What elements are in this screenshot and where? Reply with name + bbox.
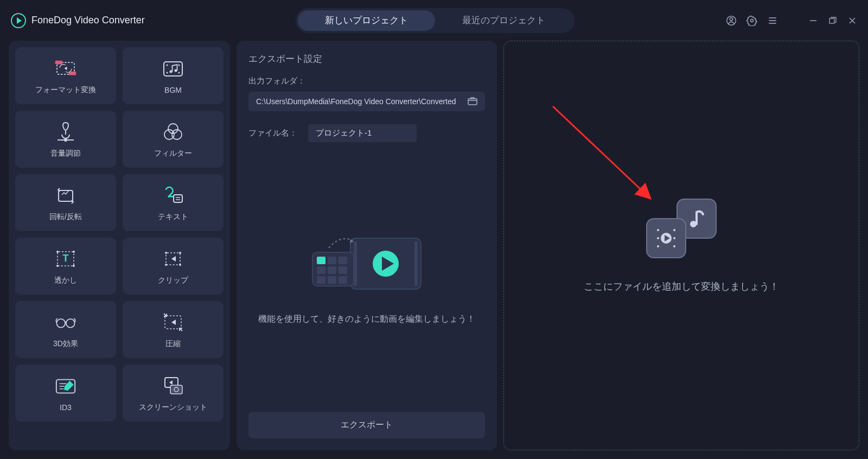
svg-point-17 bbox=[178, 72, 180, 73]
tool-format-convert[interactable]: フォーマット変換 bbox=[15, 47, 116, 104]
svg-point-38 bbox=[179, 252, 181, 254]
clip-icon bbox=[162, 247, 184, 270]
tool-3d-effect[interactable]: 3D効果 bbox=[15, 301, 116, 358]
maximize-button[interactable] bbox=[828, 16, 838, 25]
svg-point-14 bbox=[167, 64, 168, 66]
svg-rect-61 bbox=[328, 266, 336, 274]
svg-point-2 bbox=[751, 19, 754, 22]
svg-rect-63 bbox=[317, 276, 326, 284]
svg-point-69 bbox=[657, 237, 659, 239]
id3-icon bbox=[54, 375, 77, 398]
output-folder-label: 出力フォルダ： bbox=[248, 76, 485, 86]
tool-label: ID3 bbox=[60, 403, 72, 412]
tool-id3[interactable]: ID3 bbox=[15, 365, 116, 422]
app-title: FoneDog Video Converter bbox=[31, 15, 145, 26]
filter-icon bbox=[162, 120, 184, 143]
close-button[interactable] bbox=[847, 16, 857, 25]
screenshot-icon bbox=[162, 374, 184, 397]
svg-point-35 bbox=[73, 265, 75, 267]
export-title: エクスポート設定 bbox=[248, 53, 485, 65]
tab-new-project[interactable]: 新しいプロジェクト bbox=[298, 10, 435, 31]
output-folder-field[interactable]: C:\Users\DumpMedia\FoneDog Video Convert… bbox=[248, 92, 485, 111]
svg-point-34 bbox=[56, 265, 59, 267]
bgm-icon bbox=[162, 58, 184, 80]
file-drop-zone[interactable]: ここにファイルを追加して変換しましょう！ bbox=[503, 41, 859, 450]
tools-panel: フォーマット変換 BGM 音量調節 フィルター bbox=[9, 41, 230, 450]
tool-screenshot[interactable]: スクリーンショット bbox=[123, 365, 224, 422]
svg-rect-59 bbox=[339, 257, 347, 264]
drop-zone-text: ここにファイルを追加して変換しましょう！ bbox=[584, 280, 779, 293]
file-name-label: ファイル名： bbox=[248, 128, 297, 138]
tool-label: 回転/反転 bbox=[49, 212, 82, 222]
tool-label: テキスト bbox=[158, 212, 188, 222]
tool-label: スクリーンショット bbox=[139, 403, 207, 412]
tool-label: 圧縮 bbox=[165, 339, 181, 349]
tool-text[interactable]: テキスト bbox=[123, 174, 224, 231]
svg-rect-13 bbox=[164, 62, 182, 76]
tab-recent-project[interactable]: 最近のプロジェクト bbox=[435, 10, 572, 31]
output-folder-path: C:\Users\DumpMedia\FoneDog Video Convert… bbox=[256, 97, 456, 106]
volume-icon bbox=[54, 120, 77, 143]
tool-label: 透かし bbox=[54, 276, 77, 285]
svg-point-32 bbox=[56, 251, 59, 253]
tool-compress[interactable]: 圧縮 bbox=[123, 301, 224, 358]
svg-text:T: T bbox=[63, 253, 69, 264]
svg-point-72 bbox=[673, 237, 675, 239]
svg-rect-58 bbox=[328, 257, 336, 264]
tool-label: フィルター bbox=[154, 149, 192, 158]
tool-label: クリップ bbox=[158, 276, 188, 285]
project-tabs: 新しいプロジェクト 最近のプロジェクト bbox=[296, 8, 575, 33]
glasses-3d-icon bbox=[54, 311, 77, 334]
file-name-input[interactable] bbox=[308, 124, 417, 142]
svg-rect-26 bbox=[59, 190, 73, 201]
tool-rotate[interactable]: 回転/反転 bbox=[15, 174, 116, 231]
tool-label: BGM bbox=[164, 86, 182, 94]
svg-rect-65 bbox=[339, 276, 347, 284]
music-note-icon bbox=[686, 208, 707, 229]
svg-point-16 bbox=[167, 72, 168, 73]
svg-rect-27 bbox=[174, 195, 182, 202]
svg-rect-57 bbox=[317, 257, 326, 264]
svg-point-71 bbox=[673, 229, 675, 231]
menu-icon[interactable] bbox=[767, 15, 778, 26]
svg-rect-11 bbox=[55, 60, 62, 64]
svg-rect-60 bbox=[317, 266, 326, 274]
svg-point-15 bbox=[178, 64, 180, 66]
svg-point-22 bbox=[64, 138, 67, 142]
minimize-button[interactable] bbox=[808, 16, 818, 25]
svg-point-70 bbox=[657, 245, 659, 247]
play-circle-icon bbox=[11, 13, 26, 28]
account-icon[interactable] bbox=[726, 15, 737, 26]
text-icon bbox=[162, 184, 184, 207]
export-button[interactable]: エクスポート bbox=[248, 412, 485, 438]
tool-label: フォーマット変換 bbox=[35, 85, 96, 95]
svg-point-39 bbox=[165, 264, 167, 266]
tool-clip[interactable]: クリップ bbox=[123, 238, 224, 295]
tool-label: 3D効果 bbox=[53, 339, 78, 349]
format-convert-icon bbox=[54, 57, 77, 80]
tool-label: 音量調節 bbox=[50, 149, 81, 158]
edit-illustration-icon bbox=[307, 228, 426, 299]
drop-media-icon bbox=[646, 199, 717, 258]
rotate-icon bbox=[54, 184, 77, 207]
app-logo: FoneDog Video Converter bbox=[11, 13, 145, 28]
watermark-icon: T bbox=[54, 247, 77, 270]
tool-bgm[interactable]: BGM bbox=[123, 47, 224, 104]
svg-line-66 bbox=[553, 106, 650, 199]
svg-point-68 bbox=[657, 229, 659, 231]
svg-rect-62 bbox=[339, 266, 347, 274]
svg-point-42 bbox=[66, 318, 75, 327]
svg-point-1 bbox=[730, 17, 732, 20]
tool-watermark[interactable]: T 透かし bbox=[15, 238, 116, 295]
tool-filter[interactable]: フィルター bbox=[123, 111, 224, 168]
svg-rect-49 bbox=[170, 385, 182, 394]
browse-folder-icon[interactable] bbox=[468, 97, 477, 106]
tool-volume[interactable]: 音量調節 bbox=[15, 111, 116, 168]
svg-point-73 bbox=[673, 245, 675, 247]
gear-icon[interactable] bbox=[746, 15, 757, 26]
svg-rect-7 bbox=[829, 18, 834, 23]
compress-icon bbox=[162, 311, 184, 334]
svg-point-33 bbox=[73, 251, 75, 253]
svg-rect-64 bbox=[328, 276, 336, 284]
video-play-icon bbox=[654, 226, 679, 251]
